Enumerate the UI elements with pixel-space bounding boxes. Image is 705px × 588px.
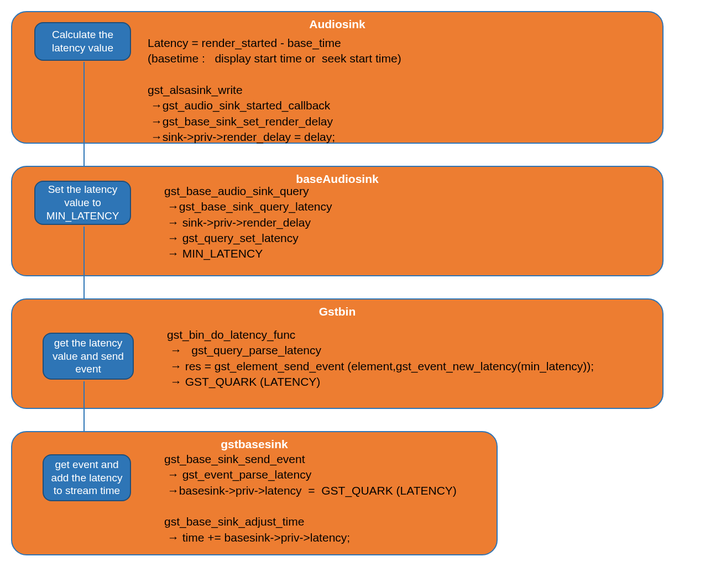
step-body: gst_base_sink_send_event → gst_event_par…: [164, 452, 457, 545]
step-box-audiosink: Audiosink Latency = render_started - bas…: [11, 11, 664, 144]
step-box-gstbin: Gstbin gst_bin_do_latency_func → gst_que…: [11, 298, 664, 409]
step-pill-get-event: get event and add the latency to stream …: [43, 454, 131, 501]
step-pill-get-send: get the latency value and send event: [43, 333, 134, 380]
diagram-stage: Audiosink Latency = render_started - bas…: [11, 11, 694, 555]
step-box-gstbasesink: gstbasesink gst_base_sink_send_event → g…: [11, 431, 498, 555]
step-pill-calculate: Calculate the latency value: [34, 22, 131, 61]
step-title: gstbasesink: [12, 438, 497, 451]
step-pill-set-latency: Set the latency value to MIN_LATENCY: [34, 181, 131, 225]
step-body: gst_bin_do_latency_func → gst_query_pars…: [167, 327, 594, 390]
watermark-text: http://blog.csdn.net/: [310, 286, 421, 296]
step-body: Latency = render_started - base_time (ba…: [148, 35, 401, 145]
step-body: gst_base_audio_sink_query →gst_base_sink…: [164, 183, 332, 262]
step-title: Gstbin: [12, 305, 662, 318]
step-box-baseaudiosink: baseAudiosink gst_base_audio_sink_query …: [11, 166, 664, 276]
